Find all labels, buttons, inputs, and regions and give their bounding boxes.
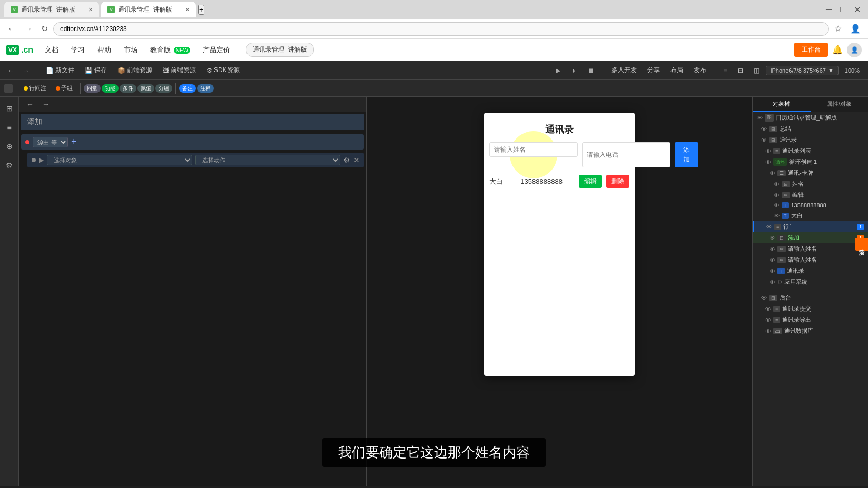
- toolbar-play[interactable]: ⏵: [567, 65, 581, 76]
- nav-back-btn[interactable]: ←: [4, 65, 18, 76]
- t2-row-comment-btn[interactable]: 行间注: [19, 83, 51, 93]
- rp-item-input-name[interactable]: 👁 ✏ 请输入姓名: [753, 243, 868, 254]
- rp-item-backend[interactable]: 👁 ⊞ 后台: [753, 292, 868, 303]
- rp-item-phone-num[interactable]: 👁 T 13588888888: [753, 201, 868, 210]
- address-bar[interactable]: [53, 22, 829, 36]
- toolbar-share[interactable]: 分享: [643, 64, 664, 76]
- new-tab-button[interactable]: +: [198, 5, 204, 15]
- bookmark-button[interactable]: ☆: [831, 22, 845, 36]
- minimize-button[interactable]: ─: [823, 3, 835, 16]
- action-object-select[interactable]: 选择对象: [47, 155, 192, 165]
- toolbar-stop[interactable]: ⏹: [584, 65, 598, 76]
- rp-item-app-sys[interactable]: 👁 ⚙ 应用系统: [753, 276, 868, 287]
- t2-cond-btn[interactable]: 条件: [120, 84, 136, 93]
- toolbar-sep-2: [603, 65, 603, 76]
- toolbar-preview[interactable]: ▶: [551, 65, 565, 76]
- panel-back[interactable]: ←: [23, 99, 37, 109]
- app-nav: 文档 学习 帮助 市场 教育版 NEW 产品定价: [40, 43, 235, 57]
- nav-market[interactable]: 市场: [119, 43, 143, 57]
- feedback-button[interactable]: 反馈: [855, 238, 868, 251]
- toolbar-sdk[interactable]: ⚙ SDK资源: [202, 64, 244, 76]
- rp-item-card[interactable]: 👁 ☰ 通讯-卡牌: [753, 167, 868, 178]
- t2-comment-btn[interactable]: 注释: [197, 84, 214, 93]
- toolbar-save[interactable]: 💾 保存: [81, 64, 111, 76]
- toolbar-new-file[interactable]: 📄 新文件: [42, 64, 78, 76]
- sidebar-layer-icon[interactable]: ≡: [2, 120, 17, 135]
- nav-edu[interactable]: 教育版 NEW: [145, 43, 195, 57]
- action-x-icon[interactable]: ✕: [353, 156, 360, 164]
- maximize-button[interactable]: □: [837, 3, 849, 16]
- rp-item-loop[interactable]: 👁 循环 循环创建 1: [753, 156, 868, 167]
- rp-tab-tree[interactable]: 对象树: [753, 97, 811, 112]
- t2-assign-btn[interactable]: 赋值: [137, 84, 154, 93]
- event-plus-btn[interactable]: +: [71, 136, 77, 147]
- user-avatar[interactable]: 👤: [847, 43, 862, 57]
- toolbar-view-toggle-2[interactable]: ⊟: [734, 65, 747, 76]
- panel-forward[interactable]: →: [39, 99, 53, 109]
- rp-item-summary[interactable]: 👁 ⊞ 总结: [753, 123, 868, 134]
- dot-red: [25, 140, 29, 144]
- nav-pricing[interactable]: 产品定价: [198, 43, 235, 57]
- toolbar-view-toggle-3[interactable]: ◫: [749, 65, 764, 76]
- browser-tab-2[interactable]: V 通讯录管理_讲解版 ×: [101, 2, 196, 17]
- event-source-select[interactable]: 源由-等: [33, 137, 68, 147]
- device-selector[interactable]: iPhone6/7/8 375×667 ▼: [766, 66, 839, 75]
- rp-item-contacts-list[interactable]: 👁 ≡ 通讯录列表: [753, 145, 868, 156]
- sidebar-asset-icon[interactable]: ⊕: [2, 139, 17, 154]
- action-type-select[interactable]: 选择动作: [195, 155, 341, 165]
- workbench-button[interactable]: 工作台: [794, 43, 828, 57]
- add-button[interactable]: 添加: [675, 142, 698, 167]
- rp-item-submit[interactable]: 👁 ≡ 通讯录提交: [753, 303, 868, 314]
- delete-btn-1[interactable]: 删除: [606, 175, 629, 188]
- t2-same-btn[interactable]: 同堂: [84, 84, 101, 93]
- rp-item-row1[interactable]: 👁 ≡ 行1 1: [753, 221, 868, 232]
- bell-icon[interactable]: 🔔: [832, 45, 843, 55]
- nav-forward-btn[interactable]: →: [19, 65, 33, 76]
- rp-item-export[interactable]: 👁 ≡ 通讯录导出: [753, 314, 868, 325]
- eye-icon-sub: 👁: [765, 306, 771, 312]
- reload-button[interactable]: ↻: [38, 22, 51, 36]
- rp-tab-props[interactable]: 属性/对象: [811, 97, 869, 112]
- toolbar-view-toggle-1[interactable]: ≡: [719, 65, 732, 76]
- back-button[interactable]: ←: [4, 22, 19, 36]
- rp-item-contacts[interactable]: 👁 ⊞ 通讯录: [753, 134, 868, 145]
- edit-btn-1[interactable]: 编辑: [579, 175, 602, 188]
- name-input[interactable]: [489, 142, 578, 157]
- rp-type-contacts: ⊞: [769, 137, 777, 143]
- phone-input[interactable]: [582, 142, 670, 167]
- eye-icon-card: 👁: [770, 170, 775, 176]
- rp-item-db[interactable]: 👁 🗃 通讯数据库: [753, 325, 868, 336]
- rp-row1-badge: 1: [857, 224, 864, 230]
- subtitle-bar: 我们要确定它这边那个姓名内容: [322, 438, 546, 467]
- t2-note-btn[interactable]: 备注: [179, 84, 196, 93]
- rp-item-name[interactable]: 👁 ⊟ 姓名: [753, 178, 868, 190]
- rp-item-add[interactable]: 👁 ⊟ 添加 1: [753, 232, 868, 243]
- tab-close-2[interactable]: ×: [185, 5, 190, 14]
- rp-item-dab[interactable]: 👁 T 大白: [753, 210, 868, 221]
- sidebar-component-icon[interactable]: ⊞: [2, 101, 17, 116]
- rp-item-edit[interactable]: 👁 ✏ 编辑: [753, 190, 868, 201]
- t2-group-btn[interactable]: 分组: [155, 84, 172, 93]
- sidebar-settings-icon[interactable]: ⚙: [2, 158, 17, 173]
- browser-tab-1[interactable]: V 通讯录管理_讲解版 ×: [4, 2, 99, 17]
- forward-button[interactable]: →: [21, 22, 36, 36]
- rp-item-input-name2[interactable]: 👁 ✏ 请输入姓名: [753, 254, 868, 265]
- nav-doc[interactable]: 文档: [40, 43, 64, 57]
- toolbar-frontend-res[interactable]: 📦 前端资源: [113, 64, 156, 76]
- profile-button[interactable]: 👤: [847, 22, 864, 36]
- toolbar-layout[interactable]: 布局: [666, 64, 687, 76]
- contact-phone-1: 13588888888: [520, 177, 575, 185]
- rp-root-item[interactable]: 👁 图 日历通讯录管理_研解版: [753, 112, 868, 123]
- toolbar-publish[interactable]: 发布: [689, 64, 711, 76]
- t2-sep3: [175, 83, 176, 94]
- active-file-tab[interactable]: 通讯录管理_讲解版: [246, 43, 314, 57]
- tab-close-1[interactable]: ×: [88, 5, 93, 14]
- t2-child-btn[interactable]: 子组: [52, 83, 77, 93]
- toolbar-multi[interactable]: 多人开发: [607, 64, 641, 76]
- rp-item-contact-text[interactable]: 👁 T 通讯录: [753, 265, 868, 276]
- nav-learn[interactable]: 学习: [66, 43, 90, 57]
- nav-help[interactable]: 帮助: [92, 43, 116, 57]
- close-button[interactable]: ✕: [851, 3, 864, 17]
- t2-func-btn[interactable]: 功能: [102, 84, 119, 93]
- toolbar-frontend-res2[interactable]: 🖼 前端资源: [159, 64, 200, 76]
